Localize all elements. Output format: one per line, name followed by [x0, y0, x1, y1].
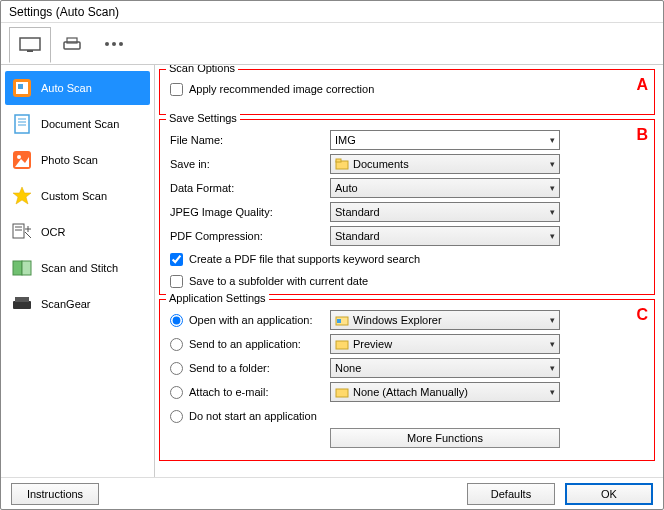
do-not-start-radio[interactable]: [170, 410, 183, 423]
document-scan-icon: [11, 113, 33, 135]
svg-point-6: [119, 42, 123, 46]
save-in-select[interactable]: Documents▾: [330, 154, 560, 174]
group-legend: Application Settings: [166, 292, 269, 304]
settings-window: Settings (Auto Scan) Auto Scan Document …: [0, 0, 664, 510]
sidebar-item-scan-stitch[interactable]: Scan and Stitch: [5, 251, 150, 285]
toolbar-tab-general[interactable]: [93, 26, 135, 62]
sidebar-item-custom-scan[interactable]: Custom Scan: [5, 179, 150, 213]
svg-marker-17: [13, 187, 31, 204]
svg-rect-10: [15, 115, 29, 133]
svg-rect-28: [337, 319, 341, 323]
stitch-icon: [11, 257, 33, 279]
send-folder-select[interactable]: None▾: [330, 358, 560, 378]
svg-rect-23: [13, 301, 31, 309]
sidebar-item-label: ScanGear: [41, 298, 91, 310]
open-app-radio[interactable]: [170, 314, 183, 327]
svg-rect-24: [15, 297, 29, 302]
instructions-button[interactable]: Instructions: [11, 483, 99, 505]
save-subfolder-checkbox[interactable]: [170, 275, 183, 288]
attach-email-select[interactable]: None (Attach Manually)▾: [330, 382, 560, 402]
photo-scan-icon: [11, 149, 33, 171]
sidebar-item-photo-scan[interactable]: Photo Scan: [5, 143, 150, 177]
folder-icon: [335, 337, 349, 351]
toolbar-tab-scan-from-device[interactable]: [51, 26, 93, 62]
more-icon: [103, 41, 125, 47]
svg-rect-30: [336, 389, 348, 397]
attach-email-label: Attach to e-mail:: [189, 386, 268, 398]
chevron-down-icon: ▾: [550, 231, 555, 241]
svg-rect-9: [18, 84, 23, 89]
sidebar-item-label: Custom Scan: [41, 190, 107, 202]
sidebar-item-label: OCR: [41, 226, 65, 238]
data-format-select[interactable]: Auto▾: [330, 178, 560, 198]
ocr-icon: [11, 221, 33, 243]
window-title: Settings (Auto Scan): [1, 1, 663, 23]
svg-rect-1: [27, 50, 33, 52]
pdf-compression-select[interactable]: Standard▾: [330, 226, 560, 246]
group-marker-b: B: [636, 126, 648, 144]
chevron-down-icon: ▾: [550, 159, 555, 169]
sidebar-item-scangear[interactable]: ScanGear: [5, 287, 150, 321]
send-folder-radio[interactable]: [170, 362, 183, 375]
auto-scan-icon: [11, 77, 33, 99]
chevron-down-icon: ▾: [550, 183, 555, 193]
jpeg-quality-select[interactable]: Standard▾: [330, 202, 560, 222]
chevron-down-icon: ▾: [550, 363, 555, 373]
sidebar-item-auto-scan[interactable]: Auto Scan: [5, 71, 150, 105]
send-app-radio[interactable]: [170, 338, 183, 351]
group-app-settings: Application Settings C Open with an appl…: [159, 299, 655, 461]
group-marker-a: A: [636, 76, 648, 94]
create-pdf-checkbox[interactable]: [170, 253, 183, 266]
defaults-button[interactable]: Defaults: [467, 483, 555, 505]
sidebar-item-label: Scan and Stitch: [41, 262, 118, 274]
file-name-combo[interactable]: IMG▾: [330, 130, 560, 150]
chevron-down-icon: ▾: [550, 387, 555, 397]
scangear-icon: [11, 293, 33, 315]
chevron-down-icon: ▾: [550, 315, 555, 325]
sidebar-item-label: Photo Scan: [41, 154, 98, 166]
custom-scan-icon: [11, 185, 33, 207]
svg-rect-22: [22, 261, 31, 275]
chevron-down-icon: ▾: [550, 207, 555, 217]
explorer-icon: [335, 313, 349, 327]
group-save-settings: Save Settings B File Name: IMG▾ Save in:…: [159, 119, 655, 295]
send-folder-label: Send to a folder:: [189, 362, 270, 374]
save-subfolder-label: Save to a subfolder with current date: [189, 275, 368, 287]
svg-point-15: [17, 155, 21, 159]
send-app-select[interactable]: Preview▾: [330, 334, 560, 354]
svg-point-5: [112, 42, 116, 46]
jpeg-quality-label: JPEG Image Quality:: [170, 206, 330, 218]
folder-icon: [335, 385, 349, 399]
folder-icon: [335, 157, 349, 171]
open-app-label: Open with an application:: [189, 314, 313, 326]
content-pane: Scan Options A Apply recommended image c…: [155, 65, 663, 477]
sidebar-item-ocr[interactable]: OCR: [5, 215, 150, 249]
group-legend: Save Settings: [166, 112, 240, 124]
footer: Instructions Defaults OK: [1, 477, 663, 509]
svg-point-4: [105, 42, 109, 46]
send-app-label: Send to an application:: [189, 338, 301, 350]
chevron-down-icon: ▾: [550, 339, 555, 349]
more-functions-button[interactable]: More Functions: [330, 428, 560, 448]
svg-rect-29: [336, 341, 348, 349]
printer-icon: [61, 36, 83, 52]
sidebar: Auto Scan Document Scan Photo Scan Custo…: [1, 65, 155, 477]
sidebar-item-label: Auto Scan: [41, 82, 92, 94]
svg-rect-18: [13, 224, 24, 238]
data-format-label: Data Format:: [170, 182, 330, 194]
svg-rect-21: [13, 261, 22, 275]
toolbar-tab-scan-from-pc[interactable]: [9, 27, 51, 63]
svg-rect-26: [336, 159, 341, 162]
group-marker-c: C: [636, 306, 648, 324]
apply-correction-label: Apply recommended image correction: [189, 83, 374, 95]
top-toolbar: [1, 23, 663, 65]
file-name-label: File Name:: [170, 134, 330, 146]
sidebar-item-document-scan[interactable]: Document Scan: [5, 107, 150, 141]
open-app-select[interactable]: Windows Explorer▾: [330, 310, 560, 330]
monitor-icon: [19, 37, 41, 53]
attach-email-radio[interactable]: [170, 386, 183, 399]
svg-rect-0: [20, 38, 40, 50]
ok-button[interactable]: OK: [565, 483, 653, 505]
apply-correction-checkbox[interactable]: [170, 83, 183, 96]
create-pdf-label: Create a PDF file that supports keyword …: [189, 253, 420, 265]
